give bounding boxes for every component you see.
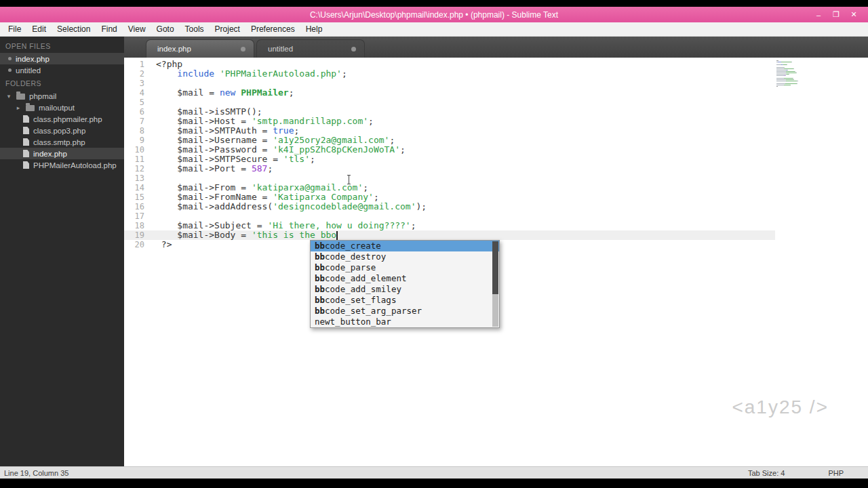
window-controls: – ❐ ✕	[810, 7, 863, 22]
autocomplete-scrollbar[interactable]	[492, 241, 498, 327]
folder-icon	[16, 94, 25, 100]
code-line-9[interactable]: 9 $mail->Username = 'a1y25ory2a@gmail.co…	[124, 136, 775, 145]
code-text: $mail = new PHPMailer;	[156, 88, 294, 98]
mouse-cursor-ibeam	[346, 175, 352, 184]
code-line-5[interactable]: 5	[124, 98, 775, 107]
app-window: C:\Users\Arjun\Desktop\phpmail\index.php…	[0, 0, 868, 488]
tab-untitled[interactable]: untitled	[256, 39, 365, 58]
code-line-1[interactable]: 1<?php	[124, 60, 775, 69]
code-line-4[interactable]: 4 $mail = new PHPMailer;	[124, 88, 775, 98]
code-line-14[interactable]: 14 $mail->From = 'katiparxa@gmail.com';	[124, 183, 775, 192]
menu-item-view[interactable]: View	[123, 22, 151, 36]
tree-item-label: phpmail	[29, 92, 56, 100]
close-icon[interactable]: ✕	[845, 9, 863, 21]
minimize-icon[interactable]: –	[810, 9, 827, 21]
folders-header: FOLDERS	[0, 76, 124, 90]
tab-size-status[interactable]: Tab Size: 4	[748, 469, 785, 477]
autocomplete-item-bbcode_set_flags[interactable]: bbcode_set_flags	[311, 295, 499, 306]
minimap-line	[776, 75, 858, 76]
autocomplete-scrollbar-thumb[interactable]	[492, 241, 498, 294]
code-area[interactable]: 1<?php2 include 'PHPMailerAutoload.php';…	[124, 60, 775, 249]
menu-item-find[interactable]: Find	[96, 22, 122, 36]
line-number: 5	[124, 98, 144, 107]
autocomplete-item-bbcode_destroy[interactable]: bbcode_destroy	[311, 251, 499, 262]
code-text: $mail->isSMTP();	[156, 107, 262, 117]
code-line-11[interactable]: 11 $mail->SMTPSecure = 'tls';	[124, 155, 775, 164]
syntax-mode-status[interactable]: PHP	[828, 469, 844, 477]
code-text: $mail->SMTPSecure = 'tls';	[156, 155, 315, 164]
menu-item-file[interactable]: File	[3, 22, 26, 36]
line-number: 4	[124, 88, 144, 98]
maximize-icon[interactable]: ❐	[827, 9, 845, 21]
code-line-15[interactable]: 15 $mail->FromName = 'Katiparxa Company'…	[124, 192, 775, 202]
autocomplete-item-bbcode_add_element[interactable]: bbcode_add_element	[311, 273, 499, 284]
editor[interactable]: 1<?php2 include 'PHPMailerAutoload.php';…	[124, 58, 868, 466]
tree-item-PHPMailerAutoload.php[interactable]: PHPMailerAutoload.php	[0, 159, 124, 171]
code-line-6[interactable]: 6 $mail->isSMTP();	[124, 107, 775, 117]
title-bar[interactable]: C:\Users\Arjun\Desktop\phpmail\index.php…	[0, 7, 868, 22]
tree-item-mailoutput[interactable]: ▸mailoutput	[0, 102, 124, 113]
tree-item-class.smtp.php[interactable]: class.smtp.php	[0, 136, 124, 148]
minimap-line	[776, 74, 858, 75]
autocomplete-item-bbcode_add_smiley[interactable]: bbcode_add_smiley	[311, 284, 499, 295]
code-line-3[interactable]: 3	[124, 79, 775, 88]
code-text: include 'PHPMailerAutoload.php';	[156, 69, 347, 79]
modified-dot-icon	[351, 47, 356, 52]
line-number: 18	[124, 221, 144, 230]
cursor-position-status: Line 19, Column 35	[0, 469, 748, 477]
open-file-untitled[interactable]: untitled	[0, 64, 124, 76]
menu-item-preferences[interactable]: Preferences	[245, 22, 300, 36]
code-line-7[interactable]: 7 $mail->Host = 'smtp.mandrillapp.com';	[124, 117, 775, 126]
menu-item-help[interactable]: Help	[300, 22, 328, 36]
folder-tree: ▾phpmail▸mailoutputclass.phpmailer.phpcl…	[0, 90, 124, 171]
menu-item-selection[interactable]: Selection	[52, 22, 96, 36]
tab-label: untitled	[268, 45, 293, 53]
text-caret	[336, 231, 338, 240]
code-line-8[interactable]: 8 $mail->SMTPAuth = true;	[124, 126, 775, 136]
minimap-line	[776, 79, 858, 80]
code-text: ?>	[156, 240, 172, 249]
menu-item-tools[interactable]: Tools	[180, 22, 210, 36]
tree-item-label: class.pop3.php	[33, 127, 85, 135]
code-text: $mail->addAddress('designcodeblade@gmail…	[156, 202, 427, 211]
tree-item-phpmail[interactable]: ▾phpmail	[0, 90, 124, 102]
tree-item-label: class.smtp.php	[33, 138, 85, 146]
autocomplete-item-bbcode_parse[interactable]: bbcode_parse	[311, 262, 499, 273]
minimap-line	[776, 85, 858, 85]
open-files-list: index.phpuntitled	[0, 53, 124, 76]
minimap-line	[776, 67, 858, 68]
minimap-line	[776, 77, 858, 77]
code-line-18[interactable]: 18 $mail->Subject = 'Hi there, how u doi…	[124, 221, 775, 230]
code-line-16[interactable]: 16 $mail->addAddress('designcodeblade@gm…	[124, 202, 775, 211]
code-text: $mail->Port = 587;	[156, 164, 273, 174]
menu-item-edit[interactable]: Edit	[26, 22, 52, 36]
code-line-17[interactable]: 17	[124, 211, 775, 221]
code-text: $mail->From = 'katiparxa@gmail.com';	[156, 183, 368, 192]
main-area: OPEN FILES index.phpuntitled FOLDERS ▾ph…	[0, 37, 868, 466]
menu-item-goto[interactable]: Goto	[151, 22, 180, 36]
minimap-line	[776, 68, 858, 69]
minimap-line	[776, 66, 858, 66]
file-icon	[23, 138, 29, 146]
tree-item-class.pop3.php[interactable]: class.pop3.php	[0, 125, 124, 136]
autocomplete-item-newt_button_bar[interactable]: newt_button_bar	[311, 317, 499, 327]
line-number: 17	[124, 211, 144, 221]
code-line-10[interactable]: 10 $mail->Password = 'k4I_ppSZhC8pCKenJo…	[124, 145, 775, 155]
code-line-2[interactable]: 2 include 'PHPMailerAutoload.php';	[124, 69, 775, 79]
tab-index.php[interactable]: index.php	[146, 39, 254, 58]
line-number: 10	[124, 145, 144, 155]
modified-dot-icon	[8, 57, 12, 60]
autocomplete-item-bbcode_set_arg_parser[interactable]: bbcode_set_arg_parser	[311, 306, 499, 317]
tree-item-index.php[interactable]: index.php	[0, 148, 124, 159]
minimap-line	[776, 83, 858, 84]
minimap[interactable]	[776, 60, 858, 87]
code-line-19[interactable]: 19 $mail->Body = 'this is the bbo	[124, 230, 775, 240]
code-line-13[interactable]: 13	[124, 174, 775, 183]
tree-item-class.phpmailer.php[interactable]: class.phpmailer.php	[0, 113, 124, 125]
open-file-index.php[interactable]: index.php	[0, 53, 124, 64]
menu-item-project[interactable]: Project	[210, 22, 245, 36]
minimap-line	[776, 78, 858, 79]
autocomplete-popup: bbcode_createbbcode_destroybbcode_parseb…	[310, 240, 500, 328]
autocomplete-item-bbcode_create[interactable]: bbcode_create	[311, 241, 499, 251]
code-line-12[interactable]: 12 $mail->Port = 587;	[124, 164, 775, 174]
